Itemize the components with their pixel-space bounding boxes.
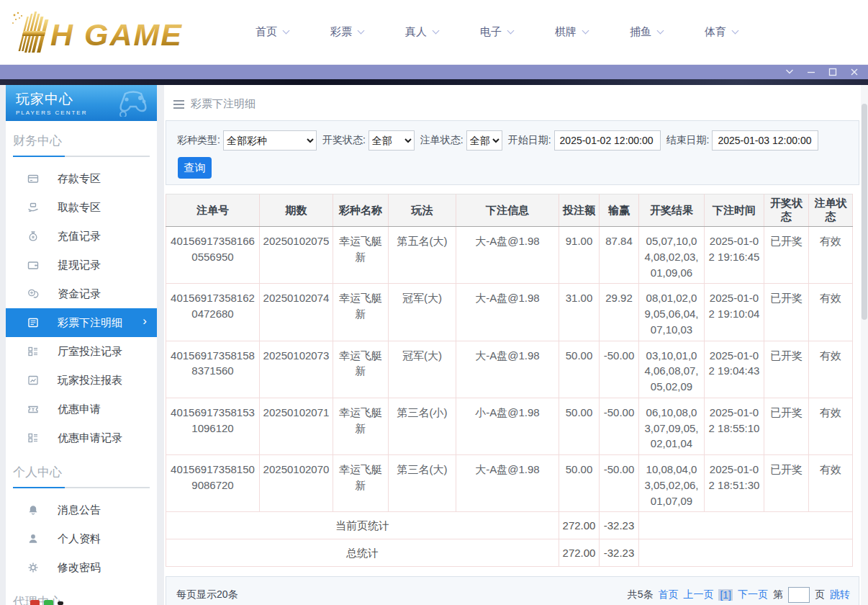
nav-item-label: 体育: [705, 25, 726, 39]
collapse-button[interactable]: [779, 65, 800, 79]
column-header: 下注信息: [456, 194, 559, 227]
nav-item[interactable]: 捕鱼: [609, 25, 684, 39]
jump-page-input[interactable]: [788, 587, 810, 603]
minimize-button[interactable]: [800, 65, 822, 79]
desktop-icon-green[interactable]: [44, 600, 53, 605]
query-button[interactable]: 查询: [178, 157, 212, 179]
summary-empty: [639, 539, 853, 567]
section-underline: [13, 156, 150, 157]
sidebar-item-lottery-bet-details[interactable]: 彩票下注明细›: [6, 308, 157, 337]
sidebar-item-label: 厅室投注记录: [58, 345, 122, 359]
sidebar-item-player-bet-report[interactable]: 玩家投注报表: [6, 366, 157, 395]
table-cell: -50.00: [600, 398, 639, 454]
order-status-select[interactable]: 全部: [466, 130, 502, 151]
nav-item[interactable]: 真人: [384, 25, 459, 39]
close-button[interactable]: [844, 65, 865, 79]
nav-item-label: 真人: [405, 25, 427, 39]
table-cell: 幸运飞艇新: [333, 341, 389, 398]
nav-item-label: 捕鱼: [630, 25, 651, 39]
coins-icon: [27, 288, 39, 300]
pagination-bar: 每页显示20条 共5条 首页 上一页 [1] 下一页 第 页 跳转: [166, 576, 859, 605]
maximize-icon: [827, 66, 838, 78]
top-bar: H GAME 首页彩票真人电子棋牌捕鱼体育: [0, 0, 868, 65]
sidebar-item-messages[interactable]: 消息公告: [6, 496, 157, 524]
table-header-row: 注单号期数彩种名称玩法下注信息投注额输赢开奖结果下注时间开奖状态注单状态: [166, 194, 853, 227]
section-underline-accent: [13, 487, 65, 488]
total-count-text: 共5条: [628, 588, 654, 601]
chevron-down-icon: [358, 27, 365, 34]
table-cell: 31.00: [559, 284, 600, 341]
table-cell: 有效: [809, 227, 853, 284]
summary-win-loss-total: -32.23: [600, 539, 639, 567]
sidebar-item-promo-apply[interactable]: 优惠申请: [6, 395, 157, 424]
prev-page-link[interactable]: 上一页: [683, 588, 713, 601]
summary-label: 当前页统计: [166, 512, 559, 539]
jump-button[interactable]: 跳转: [830, 588, 850, 601]
sidebar-item-deposit-zone[interactable]: 存款专区: [6, 164, 157, 193]
scrollbar-thumb[interactable]: [862, 104, 867, 320]
table-cell: 大-A盘@1.98: [456, 284, 559, 341]
table-cell: 20250102071: [260, 398, 333, 454]
lottery-type-label: 彩种类型:: [177, 134, 220, 147]
maximize-button[interactable]: [822, 65, 844, 79]
sidebar-item-profile[interactable]: 个人资料: [6, 524, 157, 553]
table-cell: 06,10,08,03,07,09,05,02,01,04: [639, 398, 705, 454]
summary-row: 当前页统计272.00-32.23: [166, 512, 853, 539]
sidebar-item-recharge-records[interactable]: 充值记录: [6, 222, 157, 251]
table-cell: 401569173581531096120: [166, 398, 260, 454]
end-date-label: 结束日期:: [666, 134, 710, 147]
table-row: 40156917358166055695020250102075幸运飞艇新第五名…: [166, 227, 853, 284]
draw-status-select[interactable]: 全部: [369, 130, 415, 151]
chevron-down-icon: [507, 27, 515, 34]
page-size-text: 每页显示20条: [176, 588, 238, 601]
lottery-type-select[interactable]: 全部彩种: [223, 130, 317, 151]
main-content: 彩票下注明细 彩种类型: 全部彩种 开奖状态: 全部 注单状态: 全部 开始日期…: [164, 85, 861, 605]
summary-bet-total: 272.00: [559, 512, 600, 539]
nav-item[interactable]: 彩票: [309, 25, 384, 39]
desktop-icon-dark[interactable]: [58, 601, 63, 605]
desktop-icon-red[interactable]: [30, 600, 40, 605]
sidebar-item-change-password[interactable]: 修改密码: [6, 553, 157, 582]
sidebar-item-room-bet-records[interactable]: 厅室投注记录: [6, 337, 157, 366]
vertical-scrollbar[interactable]: [861, 85, 868, 605]
sidebar-item-withdraw-records[interactable]: 提现记录: [6, 251, 157, 279]
nav-item[interactable]: 首页: [235, 25, 309, 39]
sidebar-section-title: 代理中心: [6, 582, 157, 605]
menu-icon[interactable]: [173, 98, 184, 111]
sidebar-item-label: 提现记录: [58, 259, 101, 272]
table-cell: 幸运飞艇新: [333, 284, 389, 341]
first-page-link[interactable]: 首页: [658, 588, 678, 601]
end-date-input[interactable]: [712, 130, 818, 151]
table-cell: 已开奖: [764, 455, 809, 512]
withdraw-hand-icon: [27, 202, 39, 213]
table-cell: 10,08,04,03,05,02,06,01,07,09: [639, 455, 705, 512]
table-cell: 幸运飞艇新: [333, 455, 389, 512]
page-title: 彩票下注明细: [191, 97, 256, 111]
next-page-link[interactable]: 下一页: [738, 588, 768, 601]
sidebar-item-promo-apply-records[interactable]: 优惠申请记录: [6, 424, 157, 452]
top-nav: 首页彩票真人电子棋牌捕鱼体育: [235, 25, 759, 39]
start-date-input[interactable]: [554, 130, 661, 151]
nav-item[interactable]: 电子: [459, 25, 534, 39]
sidebar-section-title: 财务中心: [6, 121, 157, 149]
column-header: 注单号: [166, 194, 260, 227]
logo-graphic: H GAME: [9, 9, 209, 55]
sidebar-item-label: 充值记录: [58, 230, 101, 243]
desktop-shortcut-icons[interactable]: [30, 600, 63, 605]
sidebar-item-label: 取款专区: [58, 201, 101, 215]
sidebar-item-label: 消息公告: [58, 503, 101, 517]
sidebar-item-funds-records[interactable]: 资金记录: [6, 279, 157, 308]
table-cell: 401569173581588371560: [166, 341, 260, 398]
column-header: 开奖状态: [764, 194, 809, 227]
report-chart-icon: [27, 375, 39, 386]
sidebar-item-label: 存款专区: [58, 172, 101, 186]
hh-game-logo[interactable]: H GAME: [9, 9, 209, 55]
nav-item[interactable]: 体育: [684, 25, 759, 39]
table-cell: 冠军(大): [389, 284, 456, 341]
table-cell: 大-A盘@1.98: [456, 341, 559, 398]
table-cell: 幸运飞艇新: [333, 398, 389, 454]
table-row: 40156917358153109612020250102071幸运飞艇新第三名…: [166, 398, 853, 454]
nav-item[interactable]: 棋牌: [534, 25, 609, 39]
sidebar-item-withdraw-zone[interactable]: 取款专区: [6, 193, 157, 222]
nav-item-label: 棋牌: [555, 25, 577, 39]
